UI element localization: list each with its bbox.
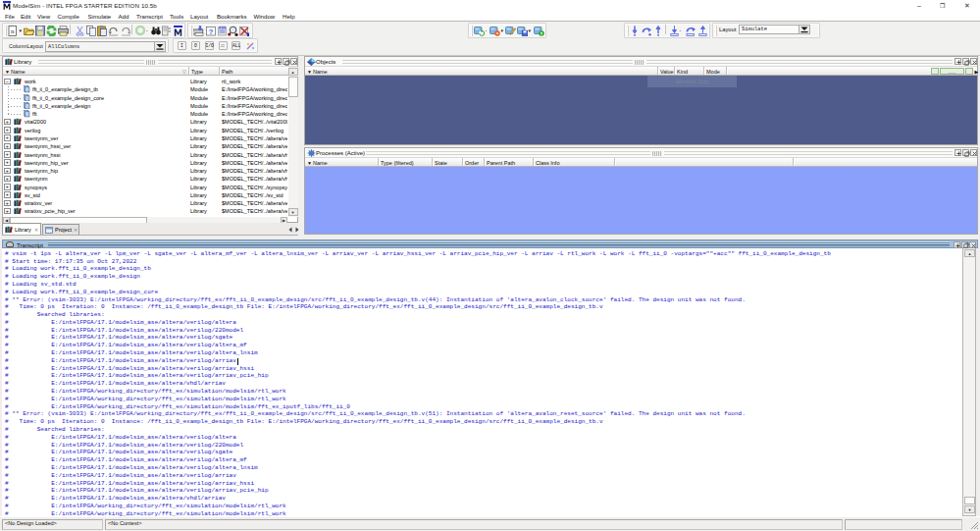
svg-text:n: n (11, 27, 15, 35)
svg-text:?: ? (209, 27, 214, 36)
